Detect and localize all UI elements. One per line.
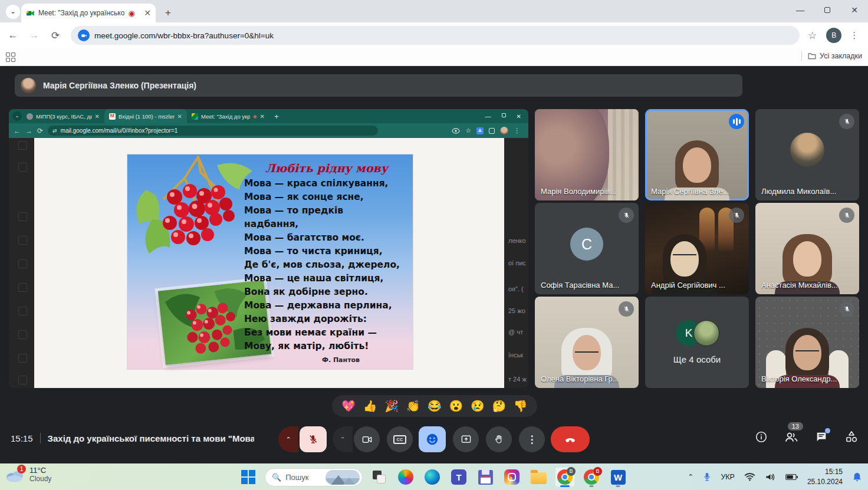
weather-temperature: 11°C xyxy=(29,466,51,475)
meeting-title: Захід до української писемності та мови … xyxy=(48,433,254,443)
shared-address-bar: ⇄ mail.google.com/mail/u/0/#inbox?projec… xyxy=(48,126,378,136)
reaction-cry[interactable]: 😢 xyxy=(471,399,485,413)
poem-author: Ф. Пантов xyxy=(322,356,360,364)
start-button[interactable] xyxy=(238,467,258,487)
tab-close-icon[interactable]: ✕ xyxy=(144,8,151,18)
shared-tab1-close-icon: ✕ xyxy=(95,113,100,120)
gmail-row-fragment: оя". ( xyxy=(508,285,524,292)
participant-tile[interactable]: Олена Вікторівна Гр... xyxy=(535,297,639,388)
shared-minimize-icon: — xyxy=(485,113,491,120)
raise-hand-button[interactable] xyxy=(486,426,512,452)
volume-icon[interactable] xyxy=(765,472,776,482)
shared-tab-moodle: МІПП(3 курс, ІБАС, денна): МК ✕ xyxy=(22,109,104,123)
preview-eye-icon xyxy=(452,128,460,134)
floppy-icon xyxy=(478,470,493,485)
edge-button[interactable] xyxy=(422,467,442,487)
poem-line: Мова — краса спілкування, xyxy=(244,178,413,189)
reload-button[interactable]: ⟳ xyxy=(47,29,64,42)
chrome-profile1-button[interactable]: B xyxy=(555,467,575,487)
browser-tab-meet[interactable]: Meet: "Захід до українсько ◉ ✕ xyxy=(21,4,156,22)
new-tab-button[interactable]: + xyxy=(160,5,176,21)
windows-logo-icon xyxy=(241,470,255,484)
file-explorer-button[interactable] xyxy=(528,467,548,487)
reaction-thinking[interactable]: 🤔 xyxy=(492,399,506,413)
meeting-panels: 13 xyxy=(755,430,859,443)
call-controls: ⌃ ⌃ CC xyxy=(278,426,590,452)
back-button[interactable]: ← xyxy=(5,29,21,41)
shared-screen-tile[interactable]: ⌄ МІПП(3 курс, ІБАС, денна): МК ✕ Вхідні… xyxy=(9,109,528,388)
taskbar-search[interactable]: 🔍 Пошук xyxy=(265,468,363,486)
tray-date: 25.10.2024 xyxy=(807,477,843,486)
end-call-button[interactable] xyxy=(551,426,590,452)
notification-bell-icon[interactable] xyxy=(852,472,862,482)
reaction-party[interactable]: 🎉 xyxy=(384,399,399,413)
participant-tile[interactable]: Людмила Миколаїв... xyxy=(755,109,859,200)
task-view-button[interactable] xyxy=(369,467,389,487)
participant-tile[interactable]: C Софія Тарасівна Ма... xyxy=(535,203,639,294)
camera-control-group: ⌃ xyxy=(333,426,380,452)
copilot-button[interactable] xyxy=(396,467,416,487)
chrome-profile2-button[interactable]: B xyxy=(581,467,601,487)
wifi-icon[interactable] xyxy=(744,472,755,481)
all-bookmarks-button[interactable]: Усі закладки xyxy=(801,51,862,61)
shared-back-icon: ← xyxy=(14,127,21,135)
participant-name: Людмила Миколаїв... xyxy=(761,187,836,196)
present-button[interactable] xyxy=(453,426,479,452)
participant-tile[interactable]: Вікторія Олександр... xyxy=(755,297,859,388)
reaction-surprised[interactable]: 😮 xyxy=(449,399,463,413)
forward-button[interactable]: → xyxy=(26,29,42,41)
profile-avatar[interactable]: B xyxy=(826,28,841,43)
instagram-button[interactable] xyxy=(502,467,522,487)
camera-button[interactable] xyxy=(354,426,380,452)
browser-menu-icon[interactable]: ⋮ xyxy=(850,30,859,41)
chat-panel-button[interactable] xyxy=(815,430,828,443)
address-bar[interactable]: meet.google.com/wbr-bbbx-bra?authuser=0&… xyxy=(71,26,800,45)
chrome-profile-badge: B xyxy=(567,467,576,476)
mic-mute-button[interactable] xyxy=(300,426,327,452)
save-app-button[interactable] xyxy=(475,467,495,487)
teams-button[interactable]: T xyxy=(449,467,469,487)
participant-tile-active-speaker[interactable]: Марія Сергіївна Зле... xyxy=(645,109,749,200)
battery-icon[interactable] xyxy=(785,473,798,481)
language-indicator[interactable]: УКР xyxy=(721,473,735,481)
reactions-button[interactable] xyxy=(419,426,446,452)
mic-in-use-icon[interactable] xyxy=(703,472,711,482)
gmail-checkbox xyxy=(18,283,27,292)
reaction-laugh[interactable]: 😂 xyxy=(428,399,442,413)
captions-icon: CC xyxy=(393,435,406,444)
participant-tile[interactable]: Андрій Сергійович ... xyxy=(645,203,749,294)
reaction-thumbs-down[interactable]: 👎 xyxy=(514,399,528,413)
meeting-details-button[interactable] xyxy=(755,430,768,443)
captions-button[interactable]: CC xyxy=(387,426,413,452)
tab-search-chevron-icon[interactable]: ⌄ xyxy=(6,5,20,19)
gmail-checkbox xyxy=(18,307,27,315)
weather-alert-badge: 1 xyxy=(17,465,26,473)
window-close-button[interactable]: ✕ xyxy=(841,0,868,21)
participant-tile-overflow[interactable]: K Ще 4 особи xyxy=(645,297,749,388)
participant-tile[interactable]: Анастасія Михайлів... xyxy=(755,203,859,294)
reaction-clap[interactable]: 👏 xyxy=(406,399,420,413)
gmail-checkbox xyxy=(18,212,27,221)
camera-icon xyxy=(361,434,373,445)
activities-button[interactable] xyxy=(844,430,859,443)
weather-widget[interactable]: 1 11°C Cloudy xyxy=(5,466,51,483)
reaction-thumbs-up[interactable]: 👍 xyxy=(363,399,377,413)
taskbar-center: 🔍 Пошук T B B W xyxy=(238,466,628,488)
mic-options-chevron[interactable]: ⌃ xyxy=(278,426,298,452)
hidden-icons-chevron[interactable]: ⌃ xyxy=(688,473,693,481)
bookmark-star-icon[interactable]: ☆ xyxy=(808,29,817,42)
more-options-button[interactable]: ⋮ xyxy=(519,426,545,452)
recording-indicator-icon: ◉ xyxy=(128,9,134,17)
word-button[interactable]: W xyxy=(608,467,628,487)
window-maximize-button[interactable] xyxy=(814,0,841,21)
gmail-checkbox xyxy=(18,236,27,245)
taskbar-clock[interactable]: 15:15 25.10.2024 xyxy=(807,467,843,486)
tab-groups-icon[interactable] xyxy=(6,52,15,62)
window-minimize-button[interactable]: — xyxy=(787,0,814,21)
participant-tile[interactable]: Марія Володимирів... xyxy=(535,109,639,200)
shared-toolbar-icons: ☆ A ⋮ xyxy=(452,127,524,135)
camera-options-chevron[interactable]: ⌃ xyxy=(333,426,353,452)
reaction-heart[interactable]: 💖 xyxy=(341,399,356,413)
people-panel-button[interactable]: 13 xyxy=(784,430,798,443)
task-view-icon xyxy=(373,471,386,484)
